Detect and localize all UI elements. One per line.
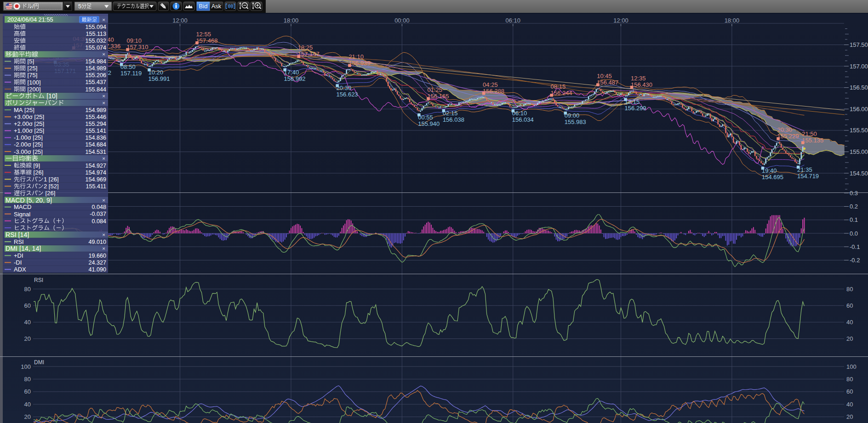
svg-text:-1.00σ [25]: -1.00σ [25] [14,134,43,141]
svg-text:MA [25]: MA [25] [14,107,34,113]
svg-text:21:10: 21:10 [348,53,364,60]
svg-text:155.229: 155.229 [777,133,799,140]
svg-text:155.206: 155.206 [85,72,106,79]
svg-text:×: × [102,93,105,99]
svg-text:[10]: [10] [45,92,57,100]
svg-text:157.00: 157.00 [850,63,868,70]
svg-text:0.048: 0.048 [91,204,106,210]
svg-text:154.984: 154.984 [85,58,106,65]
svg-text:04:25: 04:25 [483,81,498,88]
svg-text:12:55: 12:55 [196,31,211,38]
svg-text:[200]: [200] [26,86,41,93]
svg-text:[26]: [26] [44,190,55,197]
svg-text:156.299: 156.299 [625,105,646,112]
svg-text:08:15: 08:15 [551,83,566,90]
svg-text:×: × [102,100,105,106]
svg-text:[26]: [26] [32,169,43,176]
svg-text:18:00: 18:00 [725,17,740,24]
svg-text:100: 100 [21,363,31,370]
svg-text:×: × [102,51,105,57]
svg-text:40: 40 [846,401,853,408]
svg-text:19.660: 19.660 [88,253,106,259]
svg-text:154.684: 154.684 [85,141,106,148]
svg-text:155.141: 155.141 [85,128,106,134]
svg-text:00:55: 00:55 [418,114,433,121]
svg-text:155.446: 155.446 [85,114,106,120]
svg-text:06:10: 06:10 [506,17,521,24]
svg-text:60: 60 [846,388,853,395]
svg-text:80: 80 [24,376,31,383]
svg-text:154.50: 154.50 [850,170,868,177]
svg-text:80: 80 [846,376,853,383]
svg-text:156.034: 156.034 [512,116,534,123]
svg-text:157.147: 157.147 [298,51,320,57]
svg-text:156.623: 156.623 [337,91,358,98]
svg-text:40: 40 [24,319,31,326]
svg-text:155.940: 155.940 [418,120,440,127]
svg-text:0.3: 0.3 [850,190,858,197]
svg-text:157.310: 157.310 [127,44,148,51]
svg-text:[75]: [75] [26,72,37,79]
svg-text:156.244: 156.244 [551,90,572,96]
svg-text:157.468: 157.468 [196,37,217,44]
svg-text:20:30: 20:30 [337,85,352,91]
svg-text:155.074: 155.074 [85,45,106,51]
svg-text:[9]: [9] [32,162,40,169]
svg-text:DMI [14, 14]: DMI [14, 14] [6,245,41,252]
svg-text:155.094: 155.094 [85,24,106,30]
svg-text:[100]: [100] [26,79,41,86]
svg-text:×: × [102,17,105,23]
svg-text:154.969: 154.969 [85,176,106,183]
svg-text:10:45: 10:45 [597,73,612,79]
svg-text:156.991: 156.991 [148,75,170,82]
svg-text:20: 20 [24,413,31,420]
svg-text:157.119: 157.119 [120,70,142,77]
svg-text:+DI: +DI [14,252,23,259]
svg-text:20:30: 20:30 [777,126,793,133]
svg-text:MACD [5, 20, 9]: MACD [5, 20, 9] [6,197,52,204]
svg-text:156.992: 156.992 [284,75,306,82]
svg-text:155.844: 155.844 [85,86,106,93]
svg-text:40: 40 [846,319,853,326]
svg-text:156.038: 156.038 [443,116,464,123]
svg-text:155.135: 155.135 [802,137,823,144]
svg-text:156.430: 156.430 [631,81,652,88]
svg-text:Ask: Ask [211,3,222,10]
svg-text:[25]: [25] [26,65,37,72]
svg-text:60: 60 [24,388,31,395]
svg-text:156.487: 156.487 [597,79,618,86]
svg-text:06:10: 06:10 [512,110,527,117]
svg-text:24.327: 24.327 [88,259,106,266]
svg-text:154.927: 154.927 [85,163,106,169]
svg-text:154.719: 154.719 [797,173,819,180]
svg-text:155.113: 155.113 [86,31,106,37]
svg-text:09:10: 09:10 [127,37,142,44]
svg-text:155.294: 155.294 [85,121,106,127]
svg-text:02:15: 02:15 [443,110,458,117]
svg-text:0.1: 0.1 [850,216,858,223]
svg-text:18:25: 18:25 [298,44,313,51]
svg-text:41.090: 41.090 [88,266,106,273]
svg-text:0.0: 0.0 [850,230,858,237]
svg-text:12:15: 12:15 [625,98,640,105]
svg-text:ADX: ADX [14,266,26,273]
svg-text:20: 20 [846,335,853,342]
svg-text:154.695: 154.695 [762,174,783,180]
svg-text:20: 20 [846,413,853,420]
svg-text:09:00: 09:00 [565,112,580,119]
svg-text:60: 60 [24,302,31,309]
svg-text:0.084: 0.084 [91,218,106,225]
svg-text:18:00: 18:00 [284,17,299,24]
svg-text:156.288: 156.288 [483,88,504,95]
svg-text:RSI: RSI [34,277,43,283]
svg-text:60: 60 [846,302,853,309]
svg-text:21:35: 21:35 [797,166,812,173]
svg-text:154.989: 154.989 [85,107,106,113]
svg-text:19:40: 19:40 [762,167,777,174]
svg-text:12:00: 12:00 [613,17,628,24]
svg-text:156.00: 156.00 [850,106,868,113]
svg-text:×: × [102,197,105,203]
svg-text:DMI: DMI [34,359,44,366]
svg-text:100: 100 [846,363,857,370]
svg-text:49.010: 49.010 [88,239,106,245]
